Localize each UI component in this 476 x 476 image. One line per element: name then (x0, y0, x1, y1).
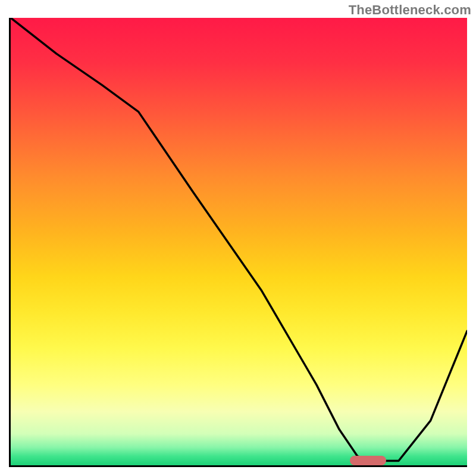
optimal-marker (350, 456, 387, 465)
chart-container: TheBottleneck.com (0, 0, 476, 476)
plot-area (9, 18, 467, 467)
bottleneck-curve (11, 18, 467, 465)
curve-path (11, 18, 467, 461)
watermark-text: TheBottleneck.com (349, 2, 471, 18)
